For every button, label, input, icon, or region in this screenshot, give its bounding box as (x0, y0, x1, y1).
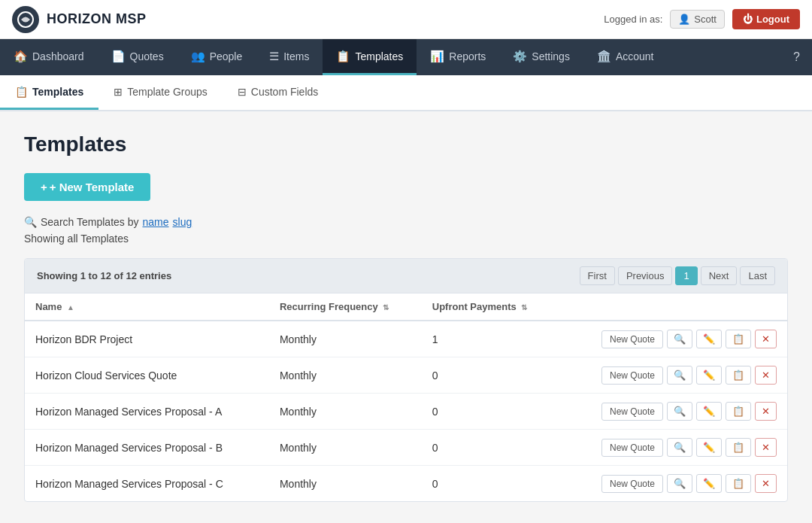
delete-button[interactable]: ✕ (755, 366, 777, 385)
cell-name: Horizon Managed Services Proposal - C (25, 466, 269, 502)
sub-nav: 📋 Templates ⊞ Template Groups ⊟ Custom F… (0, 75, 812, 111)
subnav-item-custom-fields[interactable]: ⊟ Custom Fields (223, 75, 333, 110)
col-upfront: Upfront Payments ⇅ (422, 293, 558, 321)
logged-in-label: Logged in as: (604, 14, 662, 25)
cell-actions: New Quote 🔍 ✏️ 📋 ✕ (558, 357, 787, 394)
edit-button[interactable]: ✏️ (696, 366, 722, 385)
main-nav: 🏠 Dashboard 📄 Quotes 👥 People ☰ Items 📋 … (0, 39, 812, 75)
search-by-slug-link[interactable]: slug (173, 216, 192, 228)
pagination: First Previous 1 Next Last (580, 266, 775, 285)
cell-name: Horizon Managed Services Proposal - A (25, 394, 269, 430)
subnav-custom-fields-label: Custom Fields (251, 86, 318, 98)
copy-button[interactable]: 📋 (726, 474, 751, 493)
new-quote-button[interactable]: New Quote (601, 403, 663, 421)
search-icon: 🔍 (24, 216, 37, 228)
search-bar: 🔍 Search Templates by name slug (24, 216, 788, 228)
new-quote-button[interactable]: New Quote (601, 475, 663, 493)
nav-item-templates-label: Templates (355, 50, 403, 62)
copy-button[interactable]: 📋 (726, 366, 751, 385)
pagination-last[interactable]: Last (740, 266, 775, 285)
logout-button[interactable]: ⏻ Logout (732, 9, 800, 29)
view-button[interactable]: 🔍 (667, 330, 692, 348)
help-button[interactable]: ? (781, 39, 812, 75)
delete-button[interactable]: ✕ (755, 330, 777, 348)
table-container: Showing 1 to 12 of 12 entries First Prev… (24, 258, 788, 502)
table-row: Horizon Managed Services Proposal - B Mo… (25, 430, 787, 466)
pagination-current[interactable]: 1 (675, 266, 697, 285)
cell-actions: New Quote 🔍 ✏️ 📋 ✕ (558, 321, 787, 357)
nav-item-quotes[interactable]: 📄 Quotes (98, 39, 177, 75)
copy-button[interactable]: 📋 (726, 330, 751, 348)
pagination-first[interactable]: First (580, 266, 615, 285)
upfront-sort-icon[interactable]: ⇅ (521, 303, 527, 312)
nav-item-items[interactable]: ☰ Items (256, 39, 323, 75)
table-row: Horizon BDR Project Monthly 1 New Quote … (25, 321, 787, 357)
templates-table: Name ▲ Recurring Frequency ⇅ Upfront Pay… (25, 293, 787, 501)
nav-item-people[interactable]: 👥 People (177, 39, 256, 75)
search-by-name-link[interactable]: name (142, 216, 168, 228)
table-header-row: Name ▲ Recurring Frequency ⇅ Upfront Pay… (25, 293, 787, 321)
edit-button[interactable]: ✏️ (696, 330, 722, 348)
delete-button[interactable]: ✕ (755, 402, 777, 421)
cell-name: Horizon BDR Project (25, 321, 269, 357)
nav-item-dashboard[interactable]: 🏠 Dashboard (0, 39, 98, 75)
pagination-previous[interactable]: Previous (618, 266, 673, 285)
new-quote-button[interactable]: New Quote (601, 330, 663, 348)
edit-button[interactable]: ✏️ (696, 402, 722, 421)
table-row: Horizon Cloud Services Quote Monthly 0 N… (25, 357, 787, 394)
nav-item-account[interactable]: 🏛️ Account (583, 39, 668, 75)
new-quote-button[interactable]: New Quote (601, 439, 663, 457)
pagination-next[interactable]: Next (701, 266, 738, 285)
subnav-template-groups-label: Template Groups (127, 86, 208, 98)
cell-actions: New Quote 🔍 ✏️ 📋 ✕ (558, 466, 787, 502)
subnav-templates-icon: 📋 (15, 86, 28, 98)
cell-upfront: 0 (422, 430, 558, 466)
subnav-item-template-groups[interactable]: ⊞ Template Groups (98, 75, 223, 110)
delete-button[interactable]: ✕ (755, 474, 777, 493)
search-prefix: Search Templates by (41, 216, 138, 228)
copy-button[interactable]: 📋 (726, 438, 751, 457)
user-badge: 👤 Scott (670, 10, 725, 29)
name-sort-icon[interactable]: ▲ (67, 303, 74, 312)
view-button[interactable]: 🔍 (667, 474, 692, 493)
nav-item-account-label: Account (616, 50, 654, 62)
cell-frequency: Monthly (269, 321, 422, 357)
view-button[interactable]: 🔍 (667, 402, 692, 421)
cell-name: Horizon Cloud Services Quote (25, 357, 269, 394)
help-icon: ? (793, 50, 800, 64)
delete-button[interactable]: ✕ (755, 438, 777, 457)
page-content: Templates + + New Template 🔍 Search Temp… (0, 111, 812, 523)
frequency-sort-icon[interactable]: ⇅ (383, 303, 389, 312)
edit-button[interactable]: ✏️ (696, 438, 722, 457)
account-icon: 🏛️ (597, 50, 611, 63)
col-frequency: Recurring Frequency ⇅ (269, 293, 422, 321)
nav-item-templates[interactable]: 📋 Templates (323, 39, 417, 75)
col-name: Name ▲ (25, 293, 269, 321)
settings-icon: ⚙️ (513, 50, 527, 63)
nav-item-reports[interactable]: 📊 Reports (417, 39, 499, 75)
main-nav-left: 🏠 Dashboard 📄 Quotes 👥 People ☰ Items 📋 … (0, 39, 668, 75)
subnav-item-templates[interactable]: 📋 Templates (0, 75, 98, 110)
reports-icon: 📊 (430, 50, 444, 63)
items-icon: ☰ (269, 50, 279, 63)
nav-item-settings-label: Settings (532, 50, 570, 62)
dashboard-icon: 🏠 (14, 50, 28, 63)
top-bar-left: HORIZON MSP (12, 6, 147, 33)
nav-item-settings[interactable]: ⚙️ Settings (499, 39, 583, 75)
view-button[interactable]: 🔍 (667, 366, 692, 385)
nav-item-reports-label: Reports (449, 50, 486, 62)
top-bar: HORIZON MSP Logged in as: 👤 Scott ⏻ Logo… (0, 0, 812, 39)
col-actions (558, 293, 787, 321)
new-template-button[interactable]: + + New Template (24, 173, 150, 201)
new-quote-button[interactable]: New Quote (601, 366, 663, 385)
copy-button[interactable]: 📋 (726, 402, 751, 421)
nav-item-quotes-label: Quotes (130, 50, 164, 62)
plus-icon: + (41, 181, 47, 193)
nav-item-items-label: Items (283, 50, 309, 62)
view-button[interactable]: 🔍 (667, 438, 692, 457)
col-name-label: Name (35, 301, 62, 312)
subnav-templates-label: Templates (32, 86, 83, 98)
table-row: Horizon Managed Services Proposal - C Mo… (25, 466, 787, 502)
app-title: HORIZON MSP (47, 11, 147, 27)
edit-button[interactable]: ✏️ (696, 474, 722, 493)
